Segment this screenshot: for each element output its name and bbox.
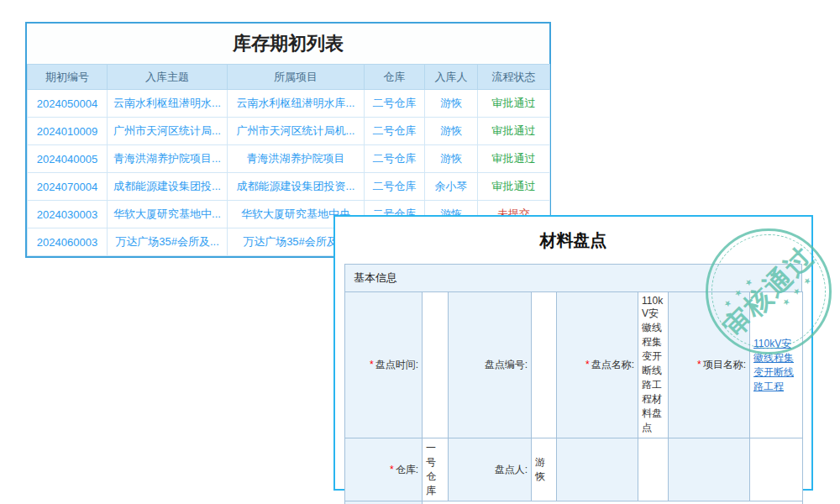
project-cell: 广州市天河区统计局机... <box>228 118 365 145</box>
subject-cell: 万达广场35#会所及... <box>108 228 228 256</box>
table-row: 2024040005 青海洪湖养护院项目... 青海洪湖养护院项目 二号仓库 游… <box>28 145 550 173</box>
person-cell: 余小琴 <box>425 173 478 201</box>
warehouse-cell: 二号仓库 <box>365 145 425 173</box>
remark-value[interactable] <box>423 501 803 504</box>
status-badge: 审批通过 <box>478 118 550 145</box>
initial-no-link[interactable]: 2024070004 <box>28 173 108 201</box>
status-badge: 审批通过 <box>478 145 550 173</box>
person-cell: 游恢 <box>425 145 478 173</box>
material-check-form-table: *盘点时间: 盘点编号: *盘点名称: 110kV安徽线程集变开断线路工程材料盘… <box>344 291 803 504</box>
column-header-initial-no: 期初编号 <box>28 65 108 90</box>
initial-no-link[interactable]: 2024060003 <box>28 228 108 256</box>
initial-no-link[interactable]: 2024030003 <box>28 201 108 228</box>
project-cell: 云南水利枢纽潜明水库... <box>228 90 365 118</box>
initial-no-link[interactable]: 2024010009 <box>28 118 108 145</box>
column-header-person: 入库人 <box>425 65 478 90</box>
form-row-3: 备注: <box>345 501 803 504</box>
status-badge: 审批通过 <box>478 90 550 118</box>
required-asterisk: * <box>370 359 374 370</box>
subject-cell: 云南水利枢纽潜明水... <box>108 90 228 118</box>
check-no-label: 盘点编号: <box>449 292 532 438</box>
empty-label-cell <box>557 438 638 501</box>
column-header-subject: 入库主题 <box>108 65 228 90</box>
status-badge: 审批通过 <box>478 173 550 201</box>
checker-label: 盘点人: <box>449 438 532 501</box>
project-name-label: *项目名称: <box>669 292 750 438</box>
required-asterisk: * <box>697 359 701 370</box>
table-row: 2024070004 成都能源建设集团投... 成都能源建设集团投资... 二号… <box>28 173 550 201</box>
empty-label-cell <box>669 438 750 501</box>
warehouse-label: *仓库: <box>345 438 423 501</box>
project-cell: 青海洪湖养护院项目 <box>228 145 365 173</box>
column-header-status: 流程状态 <box>478 65 550 90</box>
project-cell: 成都能源建设集团投资... <box>228 173 365 201</box>
desktop-canvas: 库存期初列表 期初编号 入库主题 所属项目 仓库 入库人 流程状态 202405… <box>0 0 840 504</box>
person-cell: 游恢 <box>425 118 478 145</box>
warehouse-value: 一号仓库 <box>423 438 449 501</box>
check-name-value: 110kV安徽线程集变开断线路工程材料盘点 <box>638 292 669 438</box>
initial-no-link[interactable]: 2024040005 <box>28 145 108 173</box>
project-name-value: 110kV安徽线程集变开断线路工程 <box>750 292 803 438</box>
person-cell: 游恢 <box>425 90 478 118</box>
table-row: 2024050004 云南水利枢纽潜明水... 云南水利枢纽潜明水库... 二号… <box>28 90 550 118</box>
form-row-2: *仓库: 一号仓库 盘点人: 游恢 <box>345 438 803 501</box>
material-check-panel: 材料盘点 基本信息 *盘点时间: 盘点编号: *盘点名称: 110kV安徽线程集… <box>333 215 813 491</box>
column-header-warehouse: 仓库 <box>365 65 425 90</box>
checker-value: 游恢 <box>532 438 557 501</box>
empty-value-cell <box>638 438 669 501</box>
subject-cell: 广州市天河区统计局... <box>108 118 228 145</box>
subject-cell: 华软大厦研究基地中... <box>108 201 228 228</box>
empty-value-cell <box>750 438 803 501</box>
table-row: 2024010009 广州市天河区统计局... 广州市天河区统计局机... 二号… <box>28 118 550 145</box>
required-asterisk: * <box>390 464 394 475</box>
material-check-title: 材料盘点 <box>335 217 811 264</box>
subject-cell: 青海洪湖养护院项目... <box>108 145 228 173</box>
remark-label: 备注: <box>345 501 423 504</box>
warehouse-cell: 二号仓库 <box>365 90 425 118</box>
basic-info-section-header: 基本信息 <box>344 264 802 292</box>
initial-no-link[interactable]: 2024050004 <box>28 90 108 118</box>
check-name-label: *盘点名称: <box>557 292 638 438</box>
inventory-table-header-row: 期初编号 入库主题 所属项目 仓库 入库人 流程状态 <box>28 65 550 90</box>
subject-cell: 成都能源建设集团投... <box>108 173 228 201</box>
required-asterisk: * <box>585 359 590 370</box>
project-link[interactable]: 110kV安徽线程集变开断线路工程 <box>753 338 794 392</box>
warehouse-cell: 二号仓库 <box>365 118 425 145</box>
warehouse-cell: 二号仓库 <box>365 173 425 201</box>
inventory-list-title: 库存期初列表 <box>27 24 549 64</box>
form-row-1: *盘点时间: 盘点编号: *盘点名称: 110kV安徽线程集变开断线路工程材料盘… <box>345 292 803 438</box>
check-time-value[interactable] <box>423 292 449 438</box>
check-no-value[interactable] <box>532 292 557 438</box>
check-time-label: *盘点时间: <box>345 292 423 438</box>
column-header-project: 所属项目 <box>228 65 365 90</box>
